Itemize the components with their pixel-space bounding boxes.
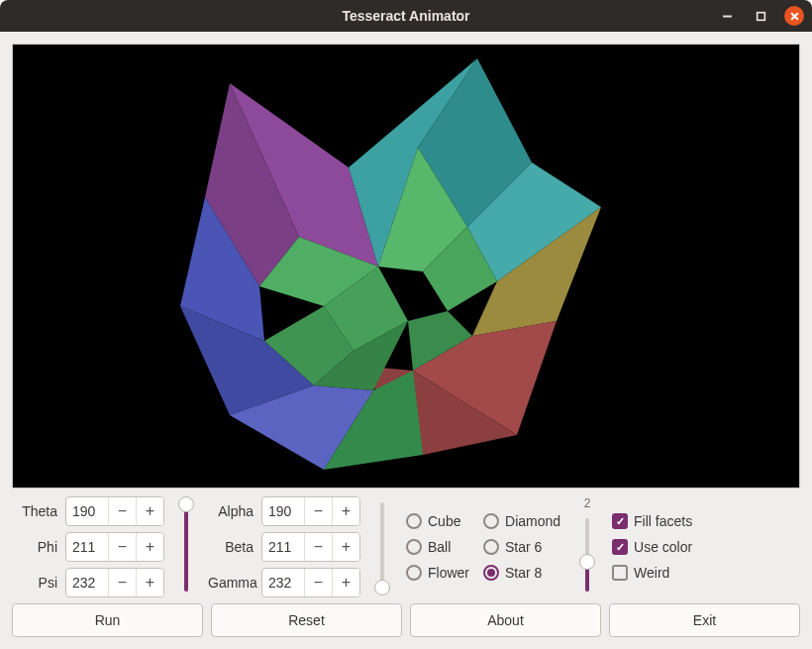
- slider-3[interactable]: [572, 512, 602, 597]
- shape-radio-col-1: Cube Ball Flower: [404, 496, 471, 597]
- button-row: Run Reset About Exit: [12, 603, 800, 637]
- gamma-increment[interactable]: +: [332, 569, 359, 596]
- rendered-shape: [101, 49, 656, 485]
- psi-increment[interactable]: +: [136, 569, 163, 596]
- window-title: Tesseract Animator: [0, 8, 812, 24]
- slider-2-thumb[interactable]: [374, 580, 390, 595]
- slider-1-thumb[interactable]: [178, 496, 194, 512]
- check-use-color-label: Use color: [634, 539, 692, 555]
- minimize-icon[interactable]: [717, 6, 737, 26]
- about-button[interactable]: About: [410, 603, 601, 637]
- reset-button[interactable]: Reset: [211, 603, 402, 637]
- phi-row: Phi 211 − +: [12, 532, 164, 562]
- radio-diamond[interactable]: Diamond: [483, 513, 560, 529]
- window: Tesseract Animator: [0, 0, 812, 649]
- beta-increment[interactable]: +: [332, 533, 359, 561]
- beta-label: Beta: [208, 539, 257, 555]
- phi-decrement[interactable]: −: [108, 533, 136, 561]
- theta-row: Theta 190 − +: [12, 496, 164, 526]
- check-fill-facets-label: Fill facets: [634, 513, 692, 529]
- psi-label: Psi: [12, 575, 61, 591]
- check-fill-facets[interactable]: Fill facets: [612, 513, 692, 529]
- gamma-label: Gamma: [208, 575, 257, 591]
- canvas-frame: [12, 44, 800, 488]
- maximize-icon[interactable]: [751, 6, 770, 26]
- gamma-decrement[interactable]: −: [304, 569, 332, 596]
- slider-3-thumb[interactable]: [579, 554, 595, 570]
- psi-value[interactable]: 232: [66, 569, 108, 596]
- theta-decrement[interactable]: −: [108, 497, 136, 525]
- psi-spinbox[interactable]: 232 − +: [65, 568, 164, 597]
- alpha-value[interactable]: 190: [262, 497, 304, 525]
- gamma-spinbox[interactable]: 232 − +: [261, 568, 360, 597]
- theta-label: Theta: [12, 503, 61, 519]
- beta-row: Beta 211 − +: [208, 532, 360, 562]
- radio-star8[interactable]: Star 8: [483, 565, 560, 581]
- num-slider: 2: [572, 496, 602, 597]
- alpha-label: Alpha: [208, 503, 257, 519]
- radio-diamond-label: Diamond: [505, 513, 560, 529]
- theta-value[interactable]: 190: [66, 497, 108, 525]
- shape-radio-col-2: Diamond Star 6 Star 8: [481, 496, 562, 597]
- close-icon[interactable]: [784, 6, 804, 26]
- alpha-spinbox[interactable]: 190 − +: [261, 496, 360, 526]
- run-button[interactable]: Run: [12, 603, 203, 637]
- gamma-row: Gamma 232 − +: [208, 568, 360, 597]
- slider-1[interactable]: [174, 496, 198, 597]
- titlebar: Tesseract Animator: [0, 0, 812, 32]
- svg-rect-1: [757, 12, 764, 20]
- phi-value[interactable]: 211: [66, 533, 108, 561]
- beta-value[interactable]: 211: [262, 533, 304, 561]
- radio-ball[interactable]: Ball: [406, 539, 469, 555]
- exit-button[interactable]: Exit: [609, 603, 800, 637]
- phi-label: Phi: [12, 539, 61, 555]
- check-weird-label: Weird: [634, 565, 669, 581]
- psi-decrement[interactable]: −: [108, 569, 136, 596]
- radio-cube[interactable]: Cube: [406, 513, 469, 529]
- angle-group-2: Alpha 190 − + Beta 211 − +: [208, 496, 360, 597]
- content-area: Theta 190 − + Phi 211 − +: [0, 32, 812, 649]
- check-use-color[interactable]: Use color: [612, 539, 692, 555]
- checkbox-column: Fill facets Use color Weird: [612, 496, 692, 597]
- phi-spinbox[interactable]: 211 − +: [65, 532, 164, 562]
- theta-increment[interactable]: +: [136, 497, 163, 525]
- radio-flower-label: Flower: [428, 565, 469, 581]
- beta-spinbox[interactable]: 211 − +: [261, 532, 360, 562]
- alpha-row: Alpha 190 − +: [208, 496, 360, 526]
- window-controls: [717, 0, 804, 32]
- num-slider-value: 2: [584, 496, 591, 510]
- check-weird[interactable]: Weird: [612, 565, 692, 581]
- controls-panel: Theta 190 − + Phi 211 − +: [12, 496, 800, 637]
- controls-row: Theta 190 − + Phi 211 − +: [12, 496, 800, 597]
- radio-star6-label: Star 6: [505, 539, 542, 555]
- radio-flower[interactable]: Flower: [406, 565, 469, 581]
- theta-spinbox[interactable]: 190 − +: [65, 496, 164, 526]
- alpha-decrement[interactable]: −: [304, 497, 332, 525]
- radio-ball-label: Ball: [428, 539, 451, 555]
- radio-star6[interactable]: Star 6: [483, 539, 560, 555]
- gamma-value[interactable]: 232: [262, 569, 304, 596]
- psi-row: Psi 232 − +: [12, 568, 164, 597]
- alpha-increment[interactable]: +: [332, 497, 359, 525]
- angle-group-1: Theta 190 − + Phi 211 − +: [12, 496, 164, 597]
- render-canvas[interactable]: [13, 45, 799, 487]
- phi-increment[interactable]: +: [136, 533, 163, 561]
- radio-cube-label: Cube: [428, 513, 460, 529]
- beta-decrement[interactable]: −: [304, 533, 332, 561]
- slider-2[interactable]: [370, 496, 394, 597]
- radio-star8-label: Star 8: [505, 565, 542, 581]
